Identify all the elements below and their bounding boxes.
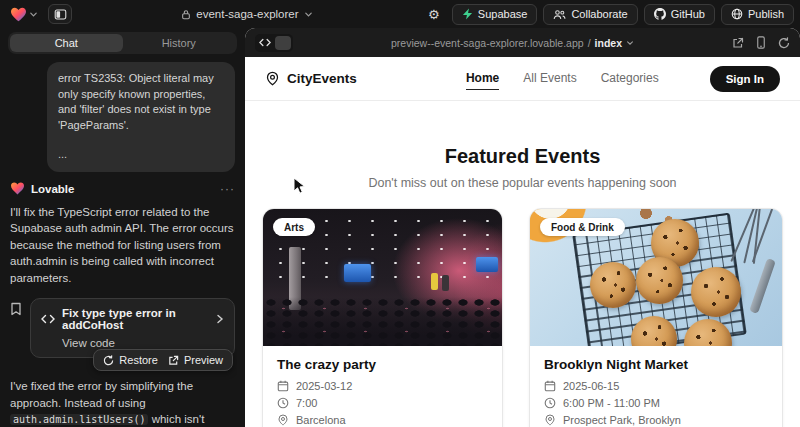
preview-actions: [732, 36, 790, 49]
project-switcher[interactable]: event-saga-explorer: [72, 8, 422, 20]
map-pin-icon: [277, 414, 289, 426]
bookmark-icon[interactable]: [10, 302, 22, 316]
hero-section: Featured Events Don't miss out on these …: [245, 145, 800, 190]
hero-title: Featured Events: [245, 145, 800, 168]
chevron-down-icon: [304, 10, 313, 19]
site-brand[interactable]: CityEvents: [265, 71, 415, 86]
open-external-button[interactable]: [732, 37, 744, 49]
preview-toolbar: preview--event-saga-explorer.lovable.app…: [245, 28, 800, 57]
hero-subtitle: Don't miss out on these popular events h…: [245, 176, 800, 190]
site-header: CityEvents Home All Events Categories Si…: [245, 57, 800, 101]
lovable-logo-menu[interactable]: [8, 5, 40, 24]
tab-chat[interactable]: Chat: [10, 34, 123, 52]
lovable-heart-icon: [10, 182, 25, 195]
event-date-row: 2025-03-12: [277, 380, 488, 392]
topbar-actions: ⚙ Supabase Collaborate GitHub Publish: [422, 4, 794, 25]
site-brand-name: CityEvents: [287, 71, 357, 86]
nav-home[interactable]: Home: [466, 67, 499, 90]
outro-text-1: I've fixed the error by simplifying the …: [10, 380, 193, 409]
assistant-name: Lovable: [31, 183, 214, 195]
category-badge: Food & Drink: [540, 218, 625, 236]
top-bar: event-saga-explorer ⚙ Supabase Collabora…: [0, 0, 800, 28]
event-location: Prospect Park, Brooklyn: [563, 414, 681, 426]
refresh-button[interactable]: [778, 37, 790, 49]
code-view-toggle[interactable]: [255, 34, 293, 52]
chevron-right-icon: [216, 314, 224, 324]
event-location-row: Barcelona: [277, 414, 488, 426]
github-icon: [654, 8, 666, 20]
inline-code-listusers: auth.admin.listUsers(): [10, 414, 148, 425]
clock-icon: [544, 397, 556, 409]
assistant-intro: I'll fix the TypeScript error related to…: [10, 204, 235, 287]
chat-messages: error TS2353: Object literal may only sp…: [8, 60, 237, 427]
collaborate-button[interactable]: Collaborate: [543, 4, 637, 25]
event-time: 7:00: [296, 397, 317, 409]
version-toolbar: Restore Preview: [93, 349, 233, 371]
assistant-header: Lovable ···: [10, 182, 235, 196]
chat-history-tabs: Chat History: [8, 32, 237, 54]
preview-label: Preview: [184, 354, 223, 366]
site-nav: Home All Events Categories: [415, 67, 710, 90]
event-location-row: Prospect Park, Brooklyn: [544, 414, 768, 426]
lovable-heart-icon: [10, 7, 27, 22]
event-title: Brooklyn Night Market: [544, 357, 768, 372]
publish-label: Publish: [748, 8, 784, 20]
nav-all-events[interactable]: All Events: [523, 67, 576, 90]
map-pin-icon: [544, 414, 556, 426]
event-card-crazy-party[interactable]: Arts The crazy party 2025-03-12 7:00: [262, 208, 503, 427]
event-cards: Arts The crazy party 2025-03-12 7:00: [245, 208, 800, 427]
site-content: CityEvents Home All Events Categories Si…: [245, 57, 800, 427]
restore-label: Restore: [119, 354, 158, 366]
mobile-view-button[interactable]: [756, 36, 766, 49]
message-menu-button[interactable]: ···: [220, 182, 235, 196]
supabase-label: Supabase: [478, 8, 528, 20]
clock-icon: [277, 397, 289, 409]
preview-url-bar[interactable]: preview--event-saga-explorer.lovable.app…: [293, 37, 732, 49]
settings-button[interactable]: ⚙: [422, 4, 446, 25]
preview-button[interactable]: Preview: [168, 354, 223, 366]
sign-in-button[interactable]: Sign In: [710, 66, 780, 92]
event-card-night-market[interactable]: Food & Drink Brooklyn Night Market 2025-…: [529, 208, 783, 427]
code-icon: [257, 38, 273, 47]
event-time: 6:00 PM - 11:00 PM: [563, 397, 660, 409]
nav-categories[interactable]: Categories: [601, 67, 659, 90]
user-message-text: error TS2353: Object literal may only sp…: [58, 71, 224, 133]
globe-icon: [731, 8, 743, 20]
calendar-icon: [277, 380, 289, 392]
event-image-arts: Arts: [263, 209, 502, 346]
event-time-row: 7:00: [277, 397, 488, 409]
people-icon: [553, 9, 566, 20]
map-pin-icon: [265, 71, 280, 86]
user-message: error TS2353: Object literal may only sp…: [47, 62, 235, 172]
url-separator: /: [588, 37, 591, 49]
topbar-left: [8, 4, 72, 24]
publish-button[interactable]: Publish: [721, 4, 794, 25]
gear-icon: ⚙: [428, 7, 440, 22]
view-code-link[interactable]: View code: [62, 337, 224, 349]
category-badge: Arts: [273, 218, 315, 236]
supabase-button[interactable]: Supabase: [452, 4, 538, 25]
restore-icon: [103, 355, 114, 366]
event-date: 2025-03-12: [296, 380, 352, 392]
collaborate-label: Collaborate: [571, 8, 627, 20]
event-title: The crazy party: [277, 357, 488, 372]
fix-card-row: Fix type type error in addCoHost View co…: [10, 298, 235, 358]
chevron-down-icon: [29, 10, 38, 19]
github-label: GitHub: [671, 8, 705, 20]
preview-domain: preview--event-saga-explorer.lovable.app: [391, 37, 584, 49]
toggle-knob: [275, 36, 291, 50]
tab-history[interactable]: History: [123, 34, 236, 52]
event-time-row: 6:00 PM - 11:00 PM: [544, 397, 768, 409]
calendar-icon: [544, 380, 556, 392]
user-message-more: ...: [58, 147, 224, 163]
external-link-icon: [168, 355, 179, 366]
github-button[interactable]: GitHub: [644, 4, 715, 25]
event-date: 2025-06-15: [563, 380, 619, 392]
project-name: event-saga-explorer: [196, 8, 298, 20]
chevron-down-icon: [626, 39, 634, 47]
panel-left-icon: [54, 8, 67, 21]
lock-icon: [181, 9, 191, 20]
restore-button[interactable]: Restore: [103, 354, 158, 366]
chat-sidebar: Chat History error TS2353: Object litera…: [0, 28, 245, 427]
toggle-sidebar-button[interactable]: [48, 4, 72, 24]
